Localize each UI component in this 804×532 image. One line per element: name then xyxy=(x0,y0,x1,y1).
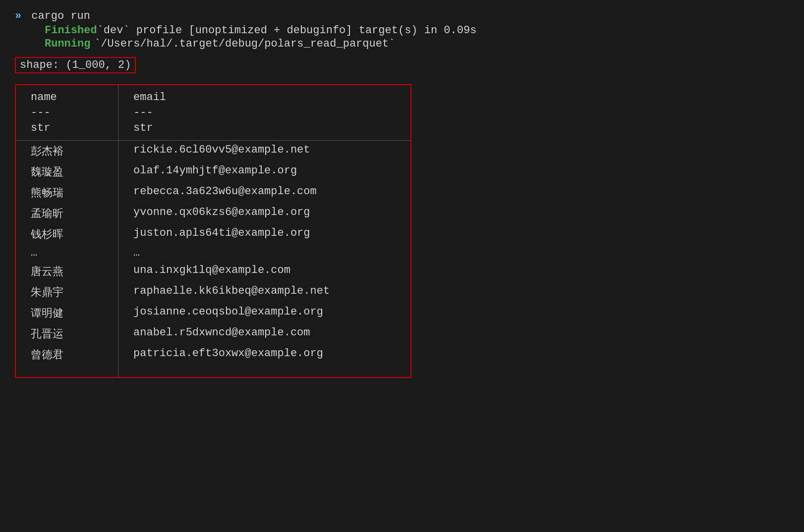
col-email-type: str xyxy=(118,120,410,141)
name-cell: 谭明健 xyxy=(16,303,118,323)
command-text: cargo run xyxy=(31,10,90,22)
bottom-padding-row xyxy=(16,365,410,377)
email-cell: anabel.r5dxwncd@example.com xyxy=(118,323,410,344)
table-row: 孟瑜昕 yvonne.qx06kzs6@example.org xyxy=(16,203,410,224)
email-cell: raphaelle.kk6ikbeq@example.net xyxy=(118,282,410,303)
table-row: 熊畅瑞 rebecca.3a623w6u@example.com xyxy=(16,182,410,203)
header-row: name email xyxy=(16,85,410,106)
name-cell: 彭杰裕 xyxy=(16,141,118,162)
email-cell: patricia.eft3oxwx@example.org xyxy=(118,344,410,365)
finished-line: Finished `dev` profile [unoptimized + de… xyxy=(15,24,789,37)
table-row: 曾德君 patricia.eft3oxwx@example.org xyxy=(16,344,410,365)
col-email-header: email xyxy=(118,85,410,106)
terminal: » cargo run Finished `dev` profile [unop… xyxy=(15,10,789,522)
email-cell: una.inxgk1lq@example.com xyxy=(118,261,410,282)
prompt-arrows: » xyxy=(15,10,21,22)
ellipsis-email: … xyxy=(118,245,410,261)
name-cell: 曾德君 xyxy=(16,344,118,365)
name-cell: 孟瑜昕 xyxy=(16,203,118,224)
email-cell: josianne.ceoqsbol@example.org xyxy=(118,303,410,323)
separator-row: --- --- xyxy=(16,106,410,120)
dataframe-table: name email --- --- str str 彭杰裕 rickie.6c… xyxy=(16,85,410,377)
finished-detail: `dev` profile [unoptimized + debuginfo] … xyxy=(97,24,477,37)
table-row: 唐云燕 una.inxgk1lq@example.com xyxy=(16,261,410,282)
name-cell: 孔晋运 xyxy=(16,323,118,344)
col-name-header: name xyxy=(16,85,118,106)
name-cell: 朱鼎宇 xyxy=(16,282,118,303)
table-row: 朱鼎宇 raphaelle.kk6ikbeq@example.net xyxy=(16,282,410,303)
email-cell: yvonne.qx06kzs6@example.org xyxy=(118,203,410,224)
email-cell: rebecca.3a623w6u@example.com xyxy=(118,182,410,203)
padding-cell-name xyxy=(16,365,118,377)
type-row: str str xyxy=(16,120,410,141)
running-label: Running xyxy=(45,38,94,50)
shape-container: shape: (1_000, 2) xyxy=(15,55,789,78)
padding-cell-email xyxy=(118,365,410,377)
dataframe-container: name email --- --- str str 彭杰裕 rickie.6c… xyxy=(15,84,411,378)
email-cell: olaf.14ymhjtf@example.org xyxy=(118,161,410,182)
name-cell: 魏璇盈 xyxy=(16,161,118,182)
running-detail: `/Users/hal/.target/debug/polars_read_pa… xyxy=(94,38,395,50)
shape-line: shape: (1_000, 2) xyxy=(15,57,136,73)
name-cell: 唐云燕 xyxy=(16,261,118,282)
ellipsis-name: … xyxy=(16,245,118,261)
col-email-sep: --- xyxy=(118,106,410,120)
name-cell: 熊畅瑞 xyxy=(16,182,118,203)
col-name-type: str xyxy=(16,120,118,141)
command-line: » cargo run xyxy=(15,10,789,22)
name-cell: 钱杉晖 xyxy=(16,224,118,245)
table-row: 孔晋运 anabel.r5dxwncd@example.com xyxy=(16,323,410,344)
running-line: Running `/Users/hal/.target/debug/polars… xyxy=(15,38,789,50)
email-cell: juston.apls64ti@example.org xyxy=(118,224,410,245)
table-row: 钱杉晖 juston.apls64ti@example.org xyxy=(16,224,410,245)
finished-label: Finished xyxy=(45,24,97,37)
table-row: 谭明健 josianne.ceoqsbol@example.org xyxy=(16,303,410,323)
ellipsis-row: … … xyxy=(16,245,410,261)
col-name-sep: --- xyxy=(16,106,118,120)
table-row: 彭杰裕 rickie.6cl60vv5@example.net xyxy=(16,141,410,162)
table-row: 魏璇盈 olaf.14ymhjtf@example.org xyxy=(16,161,410,182)
email-cell: rickie.6cl60vv5@example.net xyxy=(118,141,410,162)
